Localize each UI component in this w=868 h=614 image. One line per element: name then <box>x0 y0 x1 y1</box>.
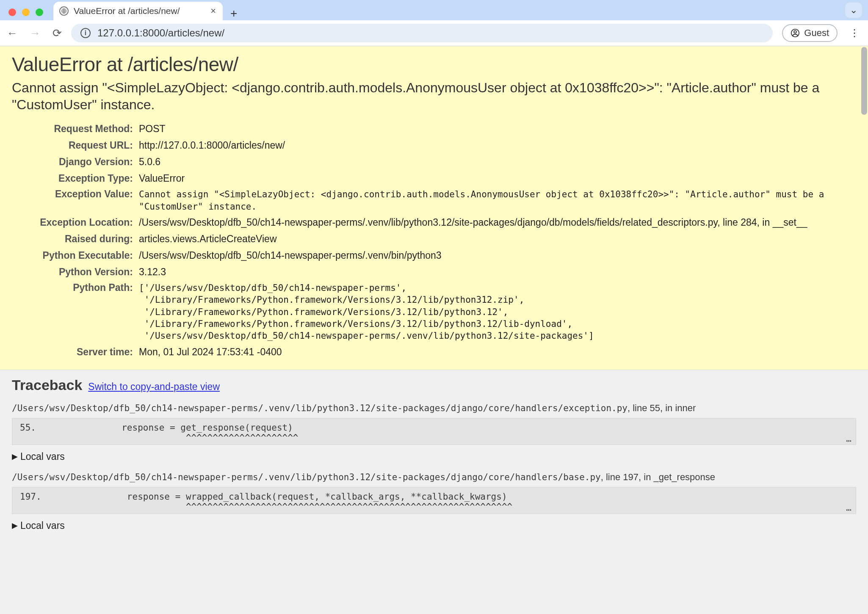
vertical-scrollbar[interactable] <box>860 46 868 614</box>
meta-label: Exception Location: <box>12 214 139 231</box>
meta-label: Raised during: <box>12 231 139 247</box>
frame-code-line: response = wrapped_callback(request, *ca… <box>41 492 507 502</box>
profile-label: Guest <box>804 28 829 39</box>
forward-button[interactable]: → <box>30 27 41 40</box>
disclosure-triangle-icon: ▶ <box>12 452 18 461</box>
meta-label: Exception Value: <box>12 187 139 214</box>
meta-label: Request URL: <box>12 137 139 154</box>
tab-strip: ValueError at /articles/new/ × + ⌄ <box>0 0 868 20</box>
tabs-dropdown-button[interactable]: ⌄ <box>845 3 862 18</box>
meta-label: Django Version: <box>12 154 139 170</box>
ellipsis-icon[interactable]: … <box>846 503 851 513</box>
tab-title: ValueError at /articles/new/ <box>74 6 180 16</box>
traceback-switch-view-link[interactable]: Switch to copy-and-paste view <box>88 381 220 393</box>
meta-label: Python Version: <box>12 264 139 280</box>
meta-value: articles.views.ArticleCreateView <box>139 231 856 247</box>
browser-tab-active[interactable]: ValueError at /articles/new/ × <box>53 2 223 20</box>
overflow-menu-button[interactable]: ⋮ <box>847 27 861 39</box>
profile-button[interactable]: Guest <box>782 24 838 42</box>
new-tab-button[interactable]: + <box>223 7 245 20</box>
ellipsis-icon[interactable]: … <box>846 434 851 444</box>
traceback-frame: /Users/wsv/Desktop/dfb_50/ch14-newspaper… <box>12 472 856 531</box>
meta-value: 5.0.6 <box>139 154 856 170</box>
window-minimize-icon[interactable] <box>22 8 30 16</box>
window-zoom-icon[interactable] <box>36 8 43 16</box>
frame-code-line: response = get_response(request) <box>36 423 293 433</box>
frame-location: /Users/wsv/Desktop/dfb_50/ch14-newspaper… <box>12 403 856 414</box>
meta-label: Exception Type: <box>12 170 139 187</box>
frame-location: /Users/wsv/Desktop/dfb_50/ch14-newspaper… <box>12 472 856 483</box>
frame-path: /Users/wsv/Desktop/dfb_50/ch14-newspaper… <box>12 403 628 413</box>
scrollbar-thumb[interactable] <box>861 47 867 115</box>
frame-line-suffix: , line 55, in inner <box>628 403 696 413</box>
window-close-icon[interactable] <box>8 8 16 16</box>
local-vars-label: Local vars <box>20 520 65 531</box>
frame-line-suffix: , line 197, in _get_response <box>601 472 715 482</box>
meta-value: Cannot assign "<SimpleLazyObject: <djang… <box>139 187 856 214</box>
local-vars-toggle[interactable]: ▶ Local vars <box>12 520 856 531</box>
traceback-section: Traceback Switch to copy-and-paste view … <box>0 370 868 557</box>
url-text: 127.0.0.1:8000/articles/new/ <box>97 27 224 39</box>
meta-value: POST <box>139 121 856 137</box>
frame-carets: ^^^^^^^^^^^^^^^^^^^^^^^^^^^^^^^^^^^^^^^^… <box>41 502 513 512</box>
window-controls <box>6 8 47 20</box>
request-meta-table: Request Method:POST Request URL:http://1… <box>12 121 856 360</box>
reload-button[interactable]: ⟳ <box>53 27 62 40</box>
meta-value: http://127.0.0.1:8000/articles/new/ <box>139 137 856 154</box>
local-vars-label: Local vars <box>20 451 65 462</box>
traceback-heading: Traceback <box>12 377 82 393</box>
frame-code[interactable]: 197. response = wrapped_callback(request… <box>12 487 856 514</box>
frame-code[interactable]: 55. response = get_response(request) ^^^… <box>12 418 856 445</box>
frame-lineno: 55. <box>20 423 36 433</box>
frame-path: /Users/wsv/Desktop/dfb_50/ch14-newspaper… <box>12 472 601 482</box>
meta-label: Server time: <box>12 344 139 360</box>
tab-close-icon[interactable]: × <box>210 6 216 17</box>
page-viewport: ValueError at /articles/new/ Cannot assi… <box>0 46 868 614</box>
frame-carets: ^^^^^^^^^^^^^^^^^^^^^ <box>41 433 299 443</box>
meta-label: Request Method: <box>12 121 139 137</box>
globe-icon <box>59 6 69 16</box>
chevron-down-icon: ⌄ <box>850 5 857 16</box>
error-subtitle: Cannot assign "<SimpleLazyObject: <djang… <box>12 79 856 113</box>
traceback-frame: /Users/wsv/Desktop/dfb_50/ch14-newspaper… <box>12 403 856 462</box>
local-vars-toggle[interactable]: ▶ Local vars <box>12 451 856 462</box>
meta-value: ValueError <box>139 170 856 187</box>
django-error-summary: ValueError at /articles/new/ Cannot assi… <box>0 46 868 370</box>
meta-label: Python Path: <box>12 280 139 344</box>
meta-label: Python Executable: <box>12 247 139 264</box>
address-bar[interactable]: i 127.0.0.1:8000/articles/new/ <box>71 24 773 42</box>
meta-value: /Users/wsv/Desktop/dfb_50/ch14-newspaper… <box>139 247 856 264</box>
meta-value: 3.12.3 <box>139 264 856 280</box>
site-info-icon[interactable]: i <box>80 28 91 38</box>
error-title: ValueError at /articles/new/ <box>12 53 856 76</box>
browser-toolbar: ← → ⟳ i 127.0.0.1:8000/articles/new/ Gue… <box>0 20 868 46</box>
disclosure-triangle-icon: ▶ <box>12 521 18 530</box>
frame-lineno: 197. <box>20 492 41 502</box>
meta-value: Mon, 01 Jul 2024 17:53:41 -0400 <box>139 344 856 360</box>
person-icon <box>791 28 800 38</box>
svg-point-2 <box>794 30 796 33</box>
back-button[interactable]: ← <box>7 27 18 40</box>
meta-value: /Users/wsv/Desktop/dfb_50/ch14-newspaper… <box>139 214 856 231</box>
meta-value: ['/Users/wsv/Desktop/dfb_50/ch14-newspap… <box>139 280 856 344</box>
